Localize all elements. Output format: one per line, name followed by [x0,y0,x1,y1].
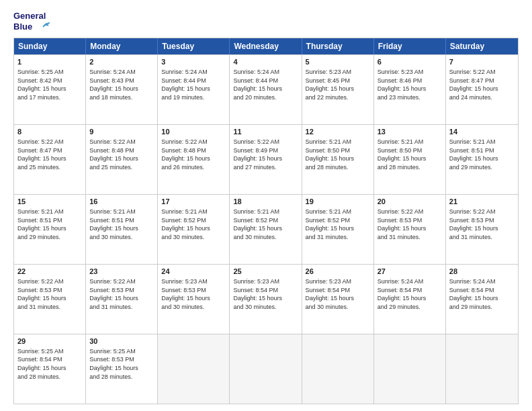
calendar-cell: 18Sunrise: 5:21 AMSunset: 8:52 PMDayligh… [230,195,302,264]
calendar-row: 22Sunrise: 5:22 AMSunset: 8:53 PMDayligh… [14,264,518,334]
calendar-cell [230,334,302,404]
day-info: Sunrise: 5:21 AMSunset: 8:50 PMDaylight:… [306,138,370,171]
day-number: 19 [306,197,370,207]
day-number: 23 [89,267,154,277]
calendar-header: SundayMondayTuesdayWednesdayThursdayFrid… [14,38,518,54]
day-info: Sunrise: 5:25 AMSunset: 8:53 PMDaylight:… [89,347,154,381]
weekday-header-thursday: Thursday [302,38,374,54]
day-number: 14 [449,127,515,137]
calendar-cell: 30Sunrise: 5:25 AMSunset: 8:53 PMDayligh… [86,334,158,404]
day-number: 12 [306,127,370,137]
calendar-cell: 17Sunrise: 5:21 AMSunset: 8:52 PMDayligh… [158,195,230,264]
calendar-cell: 12Sunrise: 5:21 AMSunset: 8:50 PMDayligh… [302,125,374,194]
day-number: 29 [17,336,82,347]
weekday-header-saturday: Saturday [446,38,518,54]
day-info: Sunrise: 5:22 AMSunset: 8:53 PMDaylight:… [449,208,515,241]
weekday-header-sunday: Sunday [14,38,86,54]
day-info: Sunrise: 5:24 AMSunset: 8:54 PMDaylight:… [378,277,442,311]
calendar-cell: 1Sunrise: 5:25 AMSunset: 8:42 PMDaylight… [14,55,86,124]
calendar-cell: 21Sunrise: 5:22 AMSunset: 8:53 PMDayligh… [446,195,518,264]
calendar-row: 29Sunrise: 5:25 AMSunset: 8:54 PMDayligh… [14,334,518,404]
day-number: 4 [233,57,298,67]
day-number: 8 [17,127,82,137]
day-number: 22 [17,267,82,277]
day-info: Sunrise: 5:23 AMSunset: 8:46 PMDaylight:… [378,68,442,101]
weekday-header-friday: Friday [374,38,446,54]
day-number: 6 [378,57,442,67]
day-number: 25 [233,267,298,277]
day-info: Sunrise: 5:24 AMSunset: 8:54 PMDaylight:… [449,277,515,311]
day-info: Sunrise: 5:22 AMSunset: 8:53 PMDaylight:… [378,208,442,241]
calendar-cell: 25Sunrise: 5:23 AMSunset: 8:54 PMDayligh… [230,265,302,334]
calendar-cell: 20Sunrise: 5:22 AMSunset: 8:53 PMDayligh… [374,195,446,264]
day-number: 18 [233,197,298,207]
day-info: Sunrise: 5:24 AMSunset: 8:44 PMDaylight:… [161,68,226,101]
day-number: 11 [233,127,298,137]
calendar-cell: 4Sunrise: 5:24 AMSunset: 8:44 PMDaylight… [230,55,302,124]
calendar-cell: 8Sunrise: 5:22 AMSunset: 8:47 PMDaylight… [14,125,86,194]
calendar-cell: 15Sunrise: 5:21 AMSunset: 8:51 PMDayligh… [14,195,86,264]
day-number: 7 [449,57,515,67]
day-number: 9 [89,127,154,137]
day-number: 16 [89,197,154,207]
calendar-cell: 9Sunrise: 5:22 AMSunset: 8:48 PMDaylight… [86,125,158,194]
day-number: 28 [449,267,515,277]
calendar-cell: 27Sunrise: 5:24 AMSunset: 8:54 PMDayligh… [374,265,446,334]
calendar-cell: 14Sunrise: 5:21 AMSunset: 8:51 PMDayligh… [446,125,518,194]
calendar-row: 8Sunrise: 5:22 AMSunset: 8:47 PMDaylight… [14,124,518,194]
day-info: Sunrise: 5:21 AMSunset: 8:50 PMDaylight:… [378,138,442,171]
logo-bird-icon [36,21,50,32]
day-info: Sunrise: 5:22 AMSunset: 8:53 PMDaylight:… [17,277,82,311]
calendar-cell: 13Sunrise: 5:21 AMSunset: 8:50 PMDayligh… [374,125,446,194]
weekday-header-tuesday: Tuesday [158,38,230,54]
calendar-cell: 28Sunrise: 5:24 AMSunset: 8:54 PMDayligh… [446,265,518,334]
header: GeneralBlue [13,11,519,32]
day-number: 17 [161,197,226,207]
calendar-cell [446,334,518,404]
day-info: Sunrise: 5:25 AMSunset: 8:54 PMDaylight:… [17,347,82,381]
calendar-cell: 7Sunrise: 5:22 AMSunset: 8:47 PMDaylight… [446,55,518,124]
calendar-cell: 2Sunrise: 5:24 AMSunset: 8:43 PMDaylight… [86,55,158,124]
calendar-cell: 24Sunrise: 5:23 AMSunset: 8:53 PMDayligh… [158,265,230,334]
day-info: Sunrise: 5:25 AMSunset: 8:42 PMDaylight:… [17,68,82,101]
logo-text: GeneralBlue [13,11,50,32]
day-info: Sunrise: 5:23 AMSunset: 8:54 PMDaylight:… [306,277,370,311]
day-info: Sunrise: 5:22 AMSunset: 8:49 PMDaylight:… [233,138,298,171]
day-info: Sunrise: 5:21 AMSunset: 8:51 PMDaylight:… [449,138,515,171]
day-info: Sunrise: 5:24 AMSunset: 8:43 PMDaylight:… [89,68,154,101]
day-info: Sunrise: 5:24 AMSunset: 8:44 PMDaylight:… [233,68,298,101]
calendar-row: 1Sunrise: 5:25 AMSunset: 8:42 PMDaylight… [14,54,518,124]
day-info: Sunrise: 5:22 AMSunset: 8:48 PMDaylight:… [161,138,226,171]
day-info: Sunrise: 5:23 AMSunset: 8:45 PMDaylight:… [306,68,370,101]
day-number: 2 [89,57,154,67]
day-info: Sunrise: 5:21 AMSunset: 8:52 PMDaylight:… [233,208,298,241]
day-number: 26 [306,267,370,277]
calendar-cell [374,334,446,404]
calendar-cell: 3Sunrise: 5:24 AMSunset: 8:44 PMDaylight… [158,55,230,124]
day-info: Sunrise: 5:23 AMSunset: 8:53 PMDaylight:… [161,277,226,311]
day-number: 21 [449,197,515,207]
day-number: 27 [378,267,442,277]
calendar-cell: 23Sunrise: 5:22 AMSunset: 8:53 PMDayligh… [86,265,158,334]
logo: GeneralBlue [13,11,50,32]
day-number: 13 [378,127,442,137]
day-info: Sunrise: 5:22 AMSunset: 8:53 PMDaylight:… [89,277,154,311]
day-number: 5 [306,57,370,67]
day-number: 3 [161,57,226,67]
day-info: Sunrise: 5:21 AMSunset: 8:52 PMDaylight:… [306,208,370,241]
day-number: 20 [378,197,442,207]
calendar-cell: 16Sunrise: 5:21 AMSunset: 8:51 PMDayligh… [86,195,158,264]
day-number: 15 [17,197,82,207]
day-info: Sunrise: 5:22 AMSunset: 8:48 PMDaylight:… [89,138,154,171]
day-number: 10 [161,127,226,137]
calendar-row: 15Sunrise: 5:21 AMSunset: 8:51 PMDayligh… [14,194,518,264]
day-number: 24 [161,267,226,277]
day-info: Sunrise: 5:21 AMSunset: 8:51 PMDaylight:… [17,208,82,241]
calendar-cell: 10Sunrise: 5:22 AMSunset: 8:48 PMDayligh… [158,125,230,194]
calendar-cell [158,334,230,404]
day-number: 1 [17,57,82,67]
day-info: Sunrise: 5:21 AMSunset: 8:51 PMDaylight:… [89,208,154,241]
page: GeneralBlue SundayMondayTuesdayWednesday… [0,0,532,411]
calendar-cell [302,334,374,404]
calendar: SundayMondayTuesdayWednesdayThursdayFrid… [13,38,519,404]
